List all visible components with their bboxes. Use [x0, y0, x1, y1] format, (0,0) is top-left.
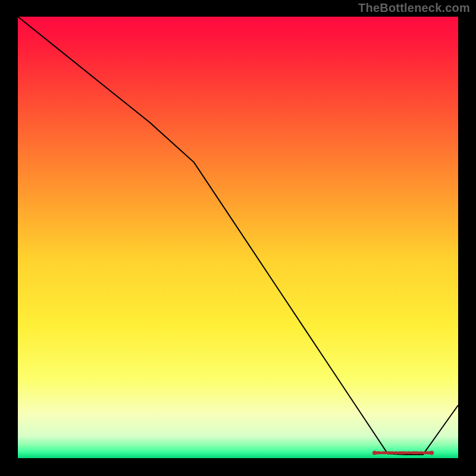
svg-point-6 — [372, 451, 377, 455]
svg-point-4 — [416, 452, 419, 455]
svg-point-2 — [387, 452, 390, 455]
svg-point-3 — [402, 452, 405, 455]
attribution-text: TheBottleneck.com — [358, 1, 470, 15]
plot-frame — [18, 17, 458, 458]
gradient-background — [18, 17, 458, 458]
plot-svg — [18, 17, 458, 458]
svg-point-7 — [430, 451, 434, 455]
chart-root: TheBottleneck.com — [0, 0, 476, 476]
